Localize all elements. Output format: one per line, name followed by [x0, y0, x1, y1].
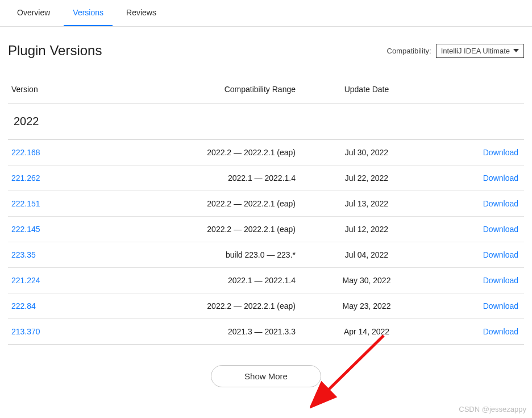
compatibility-filter: Compatibility: IntelliJ IDEA Ultimate	[387, 44, 524, 58]
chevron-down-icon	[513, 49, 519, 52]
download-link[interactable]: Download	[426, 327, 521, 336]
compat-range: 2022.1 — 2022.1.4	[131, 276, 307, 285]
update-date: May 23, 2022	[307, 301, 426, 311]
compat-range: 2022.2 — 2022.2.1 (eap)	[131, 225, 307, 234]
tabs-bar: Overview Versions Reviews	[0, 0, 532, 27]
compat-range: build 223.0 — 223.*	[131, 250, 307, 259]
tab-overview[interactable]: Overview	[8, 0, 59, 26]
header-row: Plugin Versions Compatibility: IntelliJ …	[0, 27, 532, 64]
compat-range: 2021.3 — 2021.3.3	[131, 327, 307, 336]
compatibility-select[interactable]: IntelliJ IDEA Ultimate	[436, 44, 524, 58]
watermark: CSDN @jessezappy	[459, 405, 526, 413]
download-link[interactable]: Download	[426, 301, 521, 311]
update-date: Jul 13, 2022	[307, 199, 426, 208]
compatibility-label: Compatibility:	[387, 47, 431, 55]
group-year: 2022	[8, 104, 524, 140]
version-link[interactable]: 213.370	[11, 327, 131, 336]
show-more-button[interactable]: Show More	[211, 365, 321, 387]
update-date: Jul 12, 2022	[307, 225, 426, 234]
compat-range: 2022.2 — 2022.2.1 (eap)	[131, 199, 307, 208]
download-link[interactable]: Download	[426, 199, 521, 208]
col-header-version: Version	[11, 85, 131, 94]
version-link[interactable]: 221.262	[11, 173, 131, 183]
version-link[interactable]: 221.224	[11, 276, 131, 285]
table-row: 213.3702021.3 — 2021.3.3Apr 14, 2022Down…	[8, 319, 524, 345]
tab-versions[interactable]: Versions	[64, 0, 113, 26]
version-link[interactable]: 222.168	[11, 148, 131, 157]
version-link[interactable]: 222.84	[11, 301, 131, 311]
version-link[interactable]: 223.35	[11, 250, 131, 259]
table-row: 222.1512022.2 — 2022.2.1 (eap)Jul 13, 20…	[8, 191, 524, 217]
tab-reviews[interactable]: Reviews	[117, 0, 165, 26]
update-date: Jul 30, 2022	[307, 148, 426, 157]
download-link[interactable]: Download	[426, 276, 521, 285]
table-row: 221.2622022.1 — 2022.1.4Jul 22, 2022Down…	[8, 165, 524, 191]
update-date: May 30, 2022	[307, 276, 426, 285]
download-link[interactable]: Download	[426, 250, 521, 259]
update-date: Jul 22, 2022	[307, 173, 426, 183]
col-header-compat: Compatibility Range	[131, 85, 307, 94]
table-header: Version Compatibility Range Update Date	[8, 76, 524, 104]
download-link[interactable]: Download	[426, 148, 521, 157]
compat-range: 2022.1 — 2022.1.4	[131, 173, 307, 183]
version-link[interactable]: 222.151	[11, 199, 131, 208]
table-row: 223.35build 223.0 — 223.*Jul 04, 2022Dow…	[8, 242, 524, 268]
download-link[interactable]: Download	[426, 225, 521, 234]
update-date: Apr 14, 2022	[307, 327, 426, 336]
compatibility-selected: IntelliJ IDEA Ultimate	[441, 47, 510, 55]
version-link[interactable]: 222.145	[11, 225, 131, 234]
table-row: 222.842022.2 — 2022.2.1 (eap)May 23, 202…	[8, 293, 524, 319]
page-title: Plugin Versions	[8, 43, 102, 59]
compat-range: 2022.2 — 2022.2.1 (eap)	[131, 301, 307, 311]
download-link[interactable]: Download	[426, 173, 521, 183]
table-row: 222.1682022.2 — 2022.2.1 (eap)Jul 30, 20…	[8, 140, 524, 165]
col-header-date: Update Date	[307, 85, 426, 94]
table-row: 222.1452022.2 — 2022.2.1 (eap)Jul 12, 20…	[8, 217, 524, 242]
compat-range: 2022.2 — 2022.2.1 (eap)	[131, 148, 307, 157]
versions-table: Version Compatibility Range Update Date …	[0, 64, 532, 393]
table-row: 221.2242022.1 — 2022.1.4May 30, 2022Down…	[8, 268, 524, 293]
update-date: Jul 04, 2022	[307, 250, 426, 259]
